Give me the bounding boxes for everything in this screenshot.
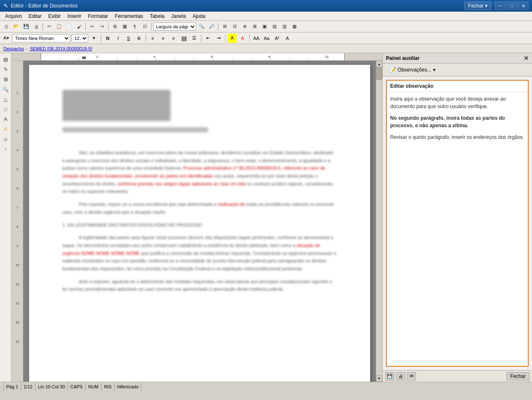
left-btn-4[interactable]: 🔍	[1, 85, 10, 94]
fechar-label[interactable]: Fechar ▾	[464, 2, 491, 10]
left-btn-3[interactable]: ⊞	[1, 75, 10, 84]
panel-save-button[interactable]: 💾	[385, 372, 394, 380]
status-num: NUM	[86, 382, 101, 391]
copy-button[interactable]: 📋	[54, 22, 64, 31]
extra-button[interactable]: Α	[283, 34, 292, 43]
menu-inserir[interactable]: Inserir	[64, 12, 84, 20]
cut-button[interactable]: ✄	[45, 22, 54, 31]
menu-editar[interactable]: Editar	[25, 12, 45, 20]
menu-ferramentas[interactable]: Ferramentas	[111, 12, 146, 20]
svg-text:4: 4	[153, 55, 156, 59]
scroll-down-button[interactable]: ▼	[376, 375, 382, 382]
menu-tabela[interactable]: Tabela	[146, 12, 168, 20]
left-btn-5[interactable]: △	[1, 95, 10, 104]
align-center-button[interactable]: ≡	[158, 34, 168, 43]
menu-formatar[interactable]: Formatar	[84, 12, 111, 20]
italic-button[interactable]: I	[114, 34, 123, 43]
left-btn-2[interactable]: ✎	[1, 65, 10, 74]
grid-button5[interactable]: ▣	[260, 22, 269, 31]
redo-button[interactable]: ↪	[97, 22, 106, 31]
maximize-button[interactable]: □	[506, 2, 517, 10]
svg-text:12: 12	[16, 302, 19, 305]
breadcrumb-part1[interactable]: Despacho	[3, 46, 24, 51]
size-down-button[interactable]: ▾	[89, 34, 99, 43]
zoom-in-button[interactable]: 🔍	[197, 22, 206, 31]
sep2	[85, 23, 86, 30]
open-button[interactable]: 📂	[12, 22, 21, 31]
menu-exibir[interactable]: Exibir	[45, 12, 64, 20]
ruler-container: 2 4 6 8 10 1 2	[12, 53, 382, 382]
panel-email-button[interactable]: ✉	[407, 372, 416, 380]
scroll-up-button[interactable]: ▲	[376, 61, 382, 67]
grid-button8[interactable]: ▦	[290, 22, 299, 31]
paragraph-mark-button[interactable]: ¶	[130, 22, 139, 31]
scroll-thumb[interactable]	[376, 67, 382, 80]
highlight-button[interactable]: A	[228, 34, 237, 43]
font-name-select[interactable]: Times New Roman	[12, 34, 70, 42]
svg-text:2: 2	[17, 111, 18, 114]
nonprint-button[interactable]: ⊡	[140, 22, 149, 31]
left-btn-6[interactable]: □	[1, 105, 10, 114]
zoom-out-button[interactable]: 🔎	[207, 22, 216, 31]
menu-ajuda[interactable]: Ajuda	[189, 12, 209, 20]
align-justify-button[interactable]: ▤	[179, 34, 188, 43]
side-panel-header: Painel auxiliar ✕	[383, 53, 532, 64]
svg-text:10: 10	[325, 55, 329, 59]
left-btn-1[interactable]: ▤	[1, 55, 10, 64]
title-bar: ✎ Editor - Editor de Documentos Fechar ▾…	[0, 0, 532, 12]
close-button[interactable]: ✕	[518, 2, 529, 10]
align-left-button[interactable]: ≡	[148, 34, 157, 43]
paste-button[interactable]: 📄	[64, 22, 74, 31]
view-dropdown[interactable]: Largura da pági	[153, 22, 196, 31]
svg-rect-25	[12, 61, 23, 382]
minimize-button[interactable]: ─	[495, 2, 505, 10]
print-button[interactable]: 🖨	[32, 22, 41, 31]
observations-tab[interactable]: 📝 Observações... ▾	[386, 65, 438, 74]
scroll-track[interactable]	[376, 67, 382, 375]
font-color-button[interactable]: A	[238, 34, 247, 43]
breadcrumb-part2[interactable]: SEMED [08.2019.00000018-5]	[30, 46, 92, 51]
left-btn-10[interactable]: ↑	[1, 145, 10, 154]
panel-print-button[interactable]: 🖨	[396, 372, 405, 380]
menu-janela[interactable]: Janela	[168, 12, 189, 20]
new-doc-button[interactable]: 🗋	[2, 22, 11, 31]
grid-button2[interactable]: ⊟	[230, 22, 239, 31]
indent-more-button[interactable]: ⇥	[214, 34, 223, 43]
left-btn-8[interactable]: A	[1, 125, 10, 134]
align-right-button[interactable]: ≡	[169, 34, 178, 43]
grid-button7[interactable]: ▥	[280, 22, 289, 31]
bold-button[interactable]: N	[103, 34, 112, 43]
svg-text:10: 10	[16, 264, 19, 267]
undo-button[interactable]: ↩	[87, 22, 97, 31]
vertical-scrollbar[interactable]: ▲ ▼	[376, 61, 382, 382]
table-options-button[interactable]: ▦	[120, 22, 129, 31]
left-btn-9[interactable]: ☺	[1, 135, 10, 144]
grid-button4[interactable]: ⊠	[250, 22, 259, 31]
document-area[interactable]: Nós, os cidadãos brasileiros, em exercíc…	[23, 61, 376, 382]
side-panel-close-button[interactable]: ✕	[524, 55, 529, 62]
format-painter-button[interactable]: 🖌	[74, 22, 84, 31]
sep4	[151, 23, 151, 30]
indent-less-button[interactable]: ⇤	[203, 34, 213, 43]
obs-para-2-bold: No segundo parágrafo, insira todas as pa…	[390, 115, 505, 128]
obs-icon: 📝	[389, 67, 396, 73]
font-size-select[interactable]: 12	[72, 34, 88, 42]
small-caps-button[interactable]: Aa	[262, 34, 271, 43]
edit-observation-box: Editar observação Insira aqui a observaç…	[386, 80, 529, 367]
list-button[interactable]: ☰	[190, 34, 199, 43]
grid-button3[interactable]: ⊕	[240, 22, 249, 31]
panel-close-button[interactable]: Fechar	[507, 372, 530, 380]
save-button[interactable]: 💾	[22, 22, 31, 31]
style-dropdown-btn[interactable]: A▾	[2, 34, 11, 43]
format-toolbar: A▾ Times New Roman 12 ▾ N I S S ≡ ≡ ≡ ▤ …	[0, 32, 532, 44]
side-panel: Painel auxiliar ✕ 📝 Observações... ▾ Edi…	[382, 53, 532, 382]
underline-button[interactable]: S	[124, 34, 133, 43]
strike-button[interactable]: S	[134, 34, 144, 43]
menu-arquivo[interactable]: Arquivo	[2, 12, 25, 20]
left-btn-7[interactable]: A	[1, 115, 10, 124]
superscript-button[interactable]: A²	[272, 34, 282, 43]
grid-button1[interactable]: ⊞	[220, 22, 229, 31]
caps-button[interactable]: AA	[252, 34, 261, 43]
grid-button6[interactable]: ▤	[270, 22, 279, 31]
insert-table-button[interactable]: ⊞	[110, 22, 119, 31]
